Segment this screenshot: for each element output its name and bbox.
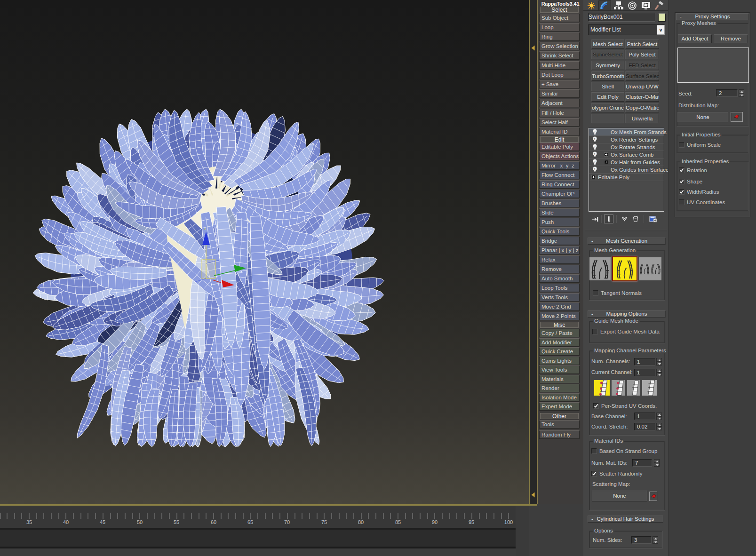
svg-text:z: z <box>204 226 207 231</box>
